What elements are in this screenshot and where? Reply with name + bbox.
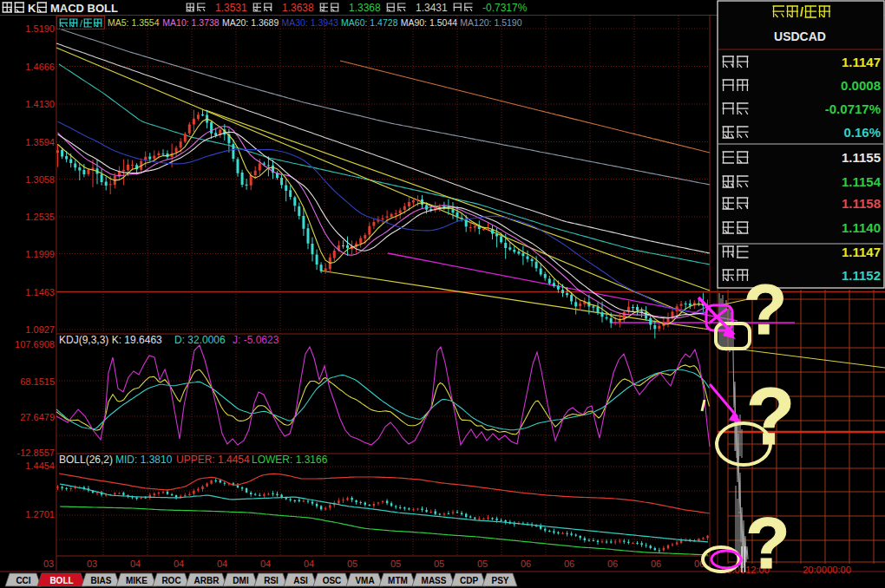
svg-text:04: 04: [130, 559, 141, 569]
svg-text:1.1158: 1.1158: [842, 196, 881, 211]
svg-text:04: 04: [260, 559, 271, 569]
svg-text:D: 32.0006: D: 32.0006: [174, 334, 226, 346]
svg-text:CCI: CCI: [16, 576, 30, 585]
svg-text:1.0927: 1.0927: [25, 324, 55, 335]
svg-text:27.6479: 27.6479: [20, 412, 55, 422]
svg-text:04: 04: [174, 559, 184, 569]
svg-text:03: 03: [87, 559, 97, 569]
svg-text:1.3058: 1.3058: [25, 174, 55, 185]
svg-text:MIKE: MIKE: [126, 576, 148, 585]
svg-text:MA120: 1.5190: MA120: 1.5190: [460, 17, 521, 28]
svg-text:MA30: 1.3943: MA30: 1.3943: [282, 17, 339, 28]
svg-text:1.1147: 1.1147: [842, 245, 881, 259]
svg-text:BIAS: BIAS: [91, 576, 112, 585]
svg-text:MA5: 1.3554: MA5: 1.3554: [108, 17, 160, 28]
svg-text:1.4454: 1.4454: [25, 461, 55, 471]
svg-text:MTM: MTM: [388, 576, 408, 585]
svg-text:PSY: PSY: [491, 576, 508, 585]
svg-text:ARBR: ARBR: [194, 576, 220, 585]
svg-text:06: 06: [607, 559, 618, 569]
svg-text:06: 06: [564, 559, 574, 569]
svg-text:1.1147: 1.1147: [842, 55, 881, 69]
svg-text:00:00: 00:00: [827, 565, 851, 575]
svg-text:MID: 1.3810: MID: 1.3810: [115, 454, 173, 466]
svg-text:BOLL: BOLL: [49, 576, 73, 585]
svg-text:1.5190: 1.5190: [25, 23, 55, 34]
svg-text:-0.7317%: -0.7317%: [482, 2, 528, 14]
svg-text:05: 05: [477, 559, 488, 569]
svg-text:1.1140: 1.1140: [842, 220, 881, 235]
svg-text:MA60: 1.4728: MA60: 1.4728: [341, 17, 398, 28]
svg-text:05: 05: [347, 559, 357, 569]
svg-text:MA20: 1.3689: MA20: 1.3689: [222, 17, 279, 28]
svg-text:/: /: [800, 5, 803, 19]
svg-text:BOLL(26,2): BOLL(26,2): [59, 454, 113, 466]
svg-text:ROC: ROC: [161, 576, 180, 585]
svg-text:1.3531: 1.3531: [215, 2, 247, 14]
svg-text:1.1463: 1.1463: [25, 287, 55, 297]
svg-text:1.1155: 1.1155: [842, 150, 881, 165]
svg-text:1.4130: 1.4130: [25, 99, 55, 109]
svg-text:-12.8557: -12.8557: [17, 448, 55, 458]
svg-text:MA10: 1.3738: MA10: 1.3738: [162, 17, 220, 28]
svg-text:0.16%: 0.16%: [843, 125, 881, 140]
svg-text:USDCAD: USDCAD: [774, 29, 826, 43]
svg-text:04: 04: [304, 559, 314, 569]
svg-text:1.1154: 1.1154: [842, 174, 882, 189]
svg-text:0.0008: 0.0008: [841, 78, 881, 93]
svg-text:06: 06: [521, 559, 531, 569]
svg-text:1.3431: 1.3431: [416, 2, 448, 14]
svg-text:?: ?: [745, 502, 790, 584]
svg-text:-0.0717%: -0.0717%: [825, 101, 881, 116]
svg-text:MA90: 1.5044: MA90: 1.5044: [401, 17, 458, 28]
svg-text:1.4666: 1.4666: [25, 62, 55, 72]
svg-text:LOWER: 1.3166: LOWER: 1.3166: [252, 454, 328, 466]
svg-text:MASS: MASS: [422, 576, 447, 585]
svg-text:J: -5.0623: J: -5.0623: [233, 334, 279, 346]
svg-text:1.2535: 1.2535: [25, 212, 55, 222]
svg-text:1.3638: 1.3638: [282, 2, 314, 14]
svg-text:VMA: VMA: [355, 576, 374, 585]
svg-text:1.1152: 1.1152: [842, 268, 881, 283]
svg-text:1.3594: 1.3594: [25, 137, 55, 147]
svg-text:1.2701: 1.2701: [25, 509, 55, 519]
svg-text:ASI: ASI: [293, 576, 308, 585]
svg-text:107.6908: 107.6908: [15, 339, 55, 350]
svg-text:KDJ(9,3,3) K: 19.6463: KDJ(9,3,3) K: 19.6463: [59, 334, 162, 346]
svg-text:CDP: CDP: [460, 576, 478, 585]
svg-text:20:00: 20:00: [803, 565, 827, 575]
svg-text:06: 06: [651, 559, 661, 569]
svg-text:K: K: [28, 2, 36, 15]
svg-text:1.3368: 1.3368: [349, 2, 381, 14]
svg-text:04: 04: [217, 559, 227, 569]
svg-text:DMI: DMI: [233, 576, 249, 585]
svg-text:OSC: OSC: [323, 576, 342, 585]
svg-text:1.1999: 1.1999: [25, 249, 55, 259]
svg-text:MACD BOLL: MACD BOLL: [50, 2, 118, 15]
svg-text:03: 03: [43, 559, 54, 569]
svg-text:68.1515: 68.1515: [20, 376, 55, 387]
svg-text:05: 05: [434, 559, 444, 569]
svg-text:05: 05: [390, 559, 401, 569]
svg-text:RSI: RSI: [264, 576, 279, 585]
svg-text:UPPER: 1.4454: UPPER: 1.4454: [176, 454, 250, 466]
